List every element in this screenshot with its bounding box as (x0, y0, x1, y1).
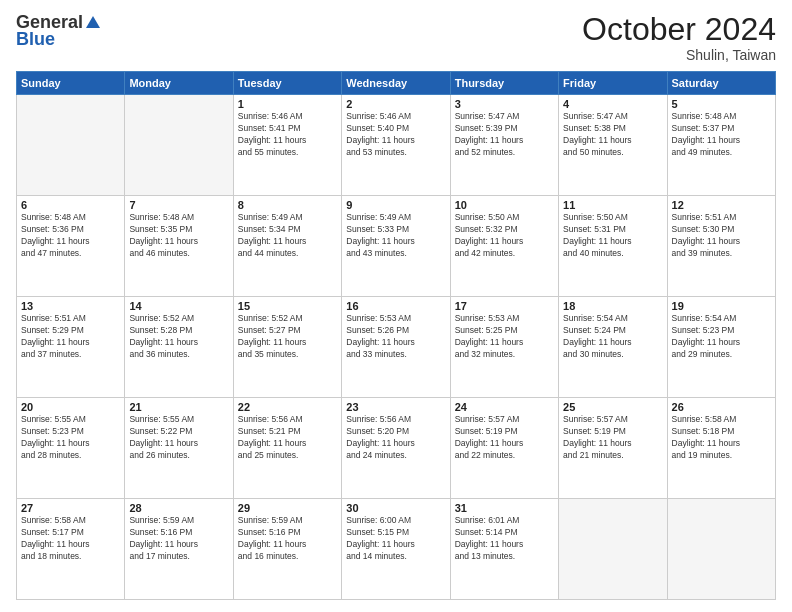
calendar-cell: 22Sunrise: 5:56 AM Sunset: 5:21 PM Dayli… (233, 398, 341, 499)
page: General Blue October 2024 Shulin, Taiwan… (0, 0, 792, 612)
day-number: 11 (563, 199, 662, 211)
calendar-cell: 27Sunrise: 5:58 AM Sunset: 5:17 PM Dayli… (17, 499, 125, 600)
day-info: Sunrise: 5:49 AM Sunset: 5:34 PM Dayligh… (238, 212, 337, 260)
calendar-cell: 30Sunrise: 6:00 AM Sunset: 5:15 PM Dayli… (342, 499, 450, 600)
calendar-week-3: 20Sunrise: 5:55 AM Sunset: 5:23 PM Dayli… (17, 398, 776, 499)
day-number: 19 (672, 300, 771, 312)
day-info: Sunrise: 5:53 AM Sunset: 5:25 PM Dayligh… (455, 313, 554, 361)
header: General Blue October 2024 Shulin, Taiwan (16, 12, 776, 63)
day-number: 31 (455, 502, 554, 514)
day-info: Sunrise: 5:51 AM Sunset: 5:30 PM Dayligh… (672, 212, 771, 260)
calendar-cell: 29Sunrise: 5:59 AM Sunset: 5:16 PM Dayli… (233, 499, 341, 600)
day-info: Sunrise: 5:48 AM Sunset: 5:35 PM Dayligh… (129, 212, 228, 260)
calendar-cell: 10Sunrise: 5:50 AM Sunset: 5:32 PM Dayli… (450, 196, 558, 297)
day-number: 27 (21, 502, 120, 514)
day-info: Sunrise: 5:50 AM Sunset: 5:32 PM Dayligh… (455, 212, 554, 260)
weekday-sunday: Sunday (17, 72, 125, 95)
calendar-cell: 15Sunrise: 5:52 AM Sunset: 5:27 PM Dayli… (233, 297, 341, 398)
day-number: 9 (346, 199, 445, 211)
calendar-week-0: 1Sunrise: 5:46 AM Sunset: 5:41 PM Daylig… (17, 95, 776, 196)
day-number: 18 (563, 300, 662, 312)
day-info: Sunrise: 6:01 AM Sunset: 5:14 PM Dayligh… (455, 515, 554, 563)
day-info: Sunrise: 5:56 AM Sunset: 5:21 PM Dayligh… (238, 414, 337, 462)
month-title: October 2024 (582, 12, 776, 47)
day-info: Sunrise: 5:57 AM Sunset: 5:19 PM Dayligh… (563, 414, 662, 462)
day-info: Sunrise: 5:51 AM Sunset: 5:29 PM Dayligh… (21, 313, 120, 361)
day-number: 3 (455, 98, 554, 110)
logo: General Blue (16, 12, 103, 50)
day-info: Sunrise: 5:58 AM Sunset: 5:18 PM Dayligh… (672, 414, 771, 462)
day-number: 13 (21, 300, 120, 312)
calendar-cell: 18Sunrise: 5:54 AM Sunset: 5:24 PM Dayli… (559, 297, 667, 398)
calendar-cell (559, 499, 667, 600)
day-number: 20 (21, 401, 120, 413)
calendar-cell: 24Sunrise: 5:57 AM Sunset: 5:19 PM Dayli… (450, 398, 558, 499)
location: Shulin, Taiwan (582, 47, 776, 63)
calendar-week-4: 27Sunrise: 5:58 AM Sunset: 5:17 PM Dayli… (17, 499, 776, 600)
calendar-cell: 11Sunrise: 5:50 AM Sunset: 5:31 PM Dayli… (559, 196, 667, 297)
calendar-cell: 20Sunrise: 5:55 AM Sunset: 5:23 PM Dayli… (17, 398, 125, 499)
day-number: 26 (672, 401, 771, 413)
calendar-cell: 2Sunrise: 5:46 AM Sunset: 5:40 PM Daylig… (342, 95, 450, 196)
day-number: 4 (563, 98, 662, 110)
day-number: 7 (129, 199, 228, 211)
calendar-cell (667, 499, 775, 600)
weekday-friday: Friday (559, 72, 667, 95)
calendar-cell: 23Sunrise: 5:56 AM Sunset: 5:20 PM Dayli… (342, 398, 450, 499)
calendar-cell: 19Sunrise: 5:54 AM Sunset: 5:23 PM Dayli… (667, 297, 775, 398)
logo-icon (84, 14, 102, 32)
day-number: 21 (129, 401, 228, 413)
day-info: Sunrise: 5:58 AM Sunset: 5:17 PM Dayligh… (21, 515, 120, 563)
calendar-cell: 4Sunrise: 5:47 AM Sunset: 5:38 PM Daylig… (559, 95, 667, 196)
day-number: 29 (238, 502, 337, 514)
day-info: Sunrise: 5:52 AM Sunset: 5:27 PM Dayligh… (238, 313, 337, 361)
calendar-cell: 25Sunrise: 5:57 AM Sunset: 5:19 PM Dayli… (559, 398, 667, 499)
day-info: Sunrise: 5:46 AM Sunset: 5:40 PM Dayligh… (346, 111, 445, 159)
day-info: Sunrise: 5:47 AM Sunset: 5:38 PM Dayligh… (563, 111, 662, 159)
calendar-cell: 12Sunrise: 5:51 AM Sunset: 5:30 PM Dayli… (667, 196, 775, 297)
calendar-cell: 17Sunrise: 5:53 AM Sunset: 5:25 PM Dayli… (450, 297, 558, 398)
day-info: Sunrise: 5:49 AM Sunset: 5:33 PM Dayligh… (346, 212, 445, 260)
calendar-cell: 6Sunrise: 5:48 AM Sunset: 5:36 PM Daylig… (17, 196, 125, 297)
calendar-cell: 3Sunrise: 5:47 AM Sunset: 5:39 PM Daylig… (450, 95, 558, 196)
day-info: Sunrise: 5:46 AM Sunset: 5:41 PM Dayligh… (238, 111, 337, 159)
weekday-monday: Monday (125, 72, 233, 95)
calendar-cell (125, 95, 233, 196)
day-info: Sunrise: 5:48 AM Sunset: 5:37 PM Dayligh… (672, 111, 771, 159)
calendar-cell: 5Sunrise: 5:48 AM Sunset: 5:37 PM Daylig… (667, 95, 775, 196)
calendar-cell: 26Sunrise: 5:58 AM Sunset: 5:18 PM Dayli… (667, 398, 775, 499)
day-info: Sunrise: 5:57 AM Sunset: 5:19 PM Dayligh… (455, 414, 554, 462)
day-number: 23 (346, 401, 445, 413)
day-number: 1 (238, 98, 337, 110)
calendar-cell: 9Sunrise: 5:49 AM Sunset: 5:33 PM Daylig… (342, 196, 450, 297)
day-number: 8 (238, 199, 337, 211)
calendar-week-1: 6Sunrise: 5:48 AM Sunset: 5:36 PM Daylig… (17, 196, 776, 297)
day-info: Sunrise: 5:59 AM Sunset: 5:16 PM Dayligh… (238, 515, 337, 563)
day-number: 16 (346, 300, 445, 312)
day-info: Sunrise: 5:50 AM Sunset: 5:31 PM Dayligh… (563, 212, 662, 260)
day-info: Sunrise: 5:54 AM Sunset: 5:23 PM Dayligh… (672, 313, 771, 361)
day-number: 15 (238, 300, 337, 312)
calendar-cell: 8Sunrise: 5:49 AM Sunset: 5:34 PM Daylig… (233, 196, 341, 297)
weekday-header-row: SundayMondayTuesdayWednesdayThursdayFrid… (17, 72, 776, 95)
title-area: October 2024 Shulin, Taiwan (582, 12, 776, 63)
day-number: 14 (129, 300, 228, 312)
day-info: Sunrise: 5:47 AM Sunset: 5:39 PM Dayligh… (455, 111, 554, 159)
day-info: Sunrise: 5:53 AM Sunset: 5:26 PM Dayligh… (346, 313, 445, 361)
weekday-thursday: Thursday (450, 72, 558, 95)
svg-marker-0 (86, 16, 100, 28)
day-number: 6 (21, 199, 120, 211)
calendar-cell: 16Sunrise: 5:53 AM Sunset: 5:26 PM Dayli… (342, 297, 450, 398)
day-info: Sunrise: 5:54 AM Sunset: 5:24 PM Dayligh… (563, 313, 662, 361)
day-number: 28 (129, 502, 228, 514)
day-number: 25 (563, 401, 662, 413)
weekday-tuesday: Tuesday (233, 72, 341, 95)
calendar-cell (17, 95, 125, 196)
calendar-cell: 7Sunrise: 5:48 AM Sunset: 5:35 PM Daylig… (125, 196, 233, 297)
calendar-cell: 28Sunrise: 5:59 AM Sunset: 5:16 PM Dayli… (125, 499, 233, 600)
day-info: Sunrise: 5:59 AM Sunset: 5:16 PM Dayligh… (129, 515, 228, 563)
day-number: 30 (346, 502, 445, 514)
calendar-cell: 21Sunrise: 5:55 AM Sunset: 5:22 PM Dayli… (125, 398, 233, 499)
day-number: 10 (455, 199, 554, 211)
calendar-cell: 31Sunrise: 6:01 AM Sunset: 5:14 PM Dayli… (450, 499, 558, 600)
